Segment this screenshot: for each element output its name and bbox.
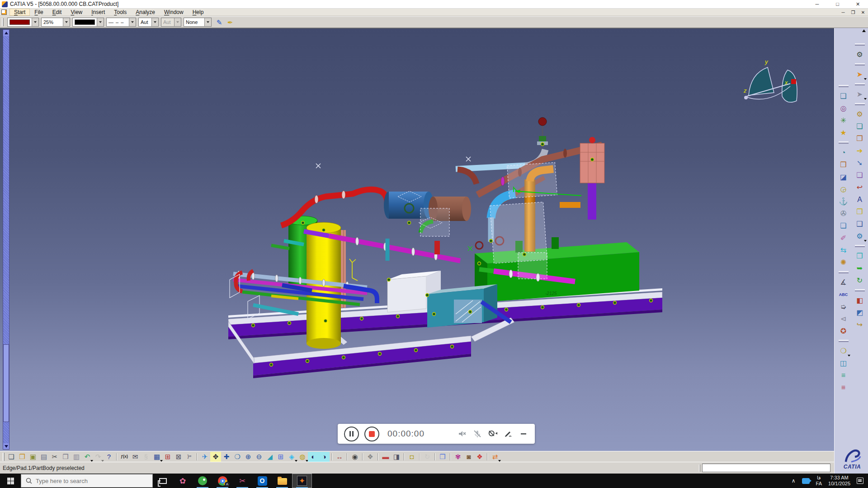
- robot-camera-icon[interactable]: ◎: [837, 103, 850, 114]
- toolbar-handle[interactable]: [855, 289, 865, 291]
- dropdown-arrow[interactable]: [848, 355, 850, 357]
- glasses-view-icon[interactable]: ◫: [837, 357, 850, 369]
- toolbar-handle[interactable]: [855, 103, 865, 105]
- dropdown-arrow[interactable]: [498, 460, 501, 462]
- mdi-minimize-button[interactable]: ─: [838, 10, 848, 15]
- snap-box-icon[interactable]: ❑: [837, 90, 850, 102]
- clock[interactable]: 7:33 AM 10/1/2025: [828, 475, 850, 487]
- swap-arrows-icon[interactable]: ⇆: [837, 244, 850, 256]
- painter-icon[interactable]: ✎: [214, 17, 225, 27]
- doc-export-icon[interactable]: ➔: [854, 145, 866, 156]
- magic-wand-icon[interactable]: ★: [837, 127, 850, 138]
- pen-wizard-icon[interactable]: ✒: [225, 17, 236, 27]
- dropdown-arrow[interactable]: [864, 98, 867, 100]
- gear-n-icon[interactable]: ⚙: [854, 230, 866, 242]
- menu-tools[interactable]: Tools: [109, 9, 131, 16]
- tree-scrollbar[interactable]: [3, 29, 9, 450]
- protractor-icon[interactable]: ◶: [837, 183, 850, 195]
- gears-icon[interactable]: ⚙: [854, 49, 866, 60]
- close-button[interactable]: ✕: [848, 0, 868, 8]
- microphone-off-icon[interactable]: [472, 429, 482, 439]
- turntable-icon[interactable]: ◔: [837, 147, 850, 158]
- command-field-grip[interactable]: [699, 465, 700, 472]
- paste-icon[interactable]: ▥: [71, 452, 82, 462]
- doc-return-icon[interactable]: ↪: [854, 319, 866, 330]
- pause-button[interactable]: [344, 427, 359, 441]
- tray-chevron-icon[interactable]: ∧: [792, 478, 796, 484]
- new-document-icon[interactable]: ❏: [6, 452, 17, 462]
- explode-icon[interactable]: ✳: [837, 115, 850, 126]
- app-paint[interactable]: ✿: [173, 474, 193, 488]
- flag-note-icon[interactable]: ➭: [837, 301, 850, 312]
- command-input[interactable]: [702, 464, 830, 472]
- copy-icon[interactable]: ❒: [60, 452, 71, 462]
- comment-icon[interactable]: ✉: [130, 452, 141, 462]
- open-catalog-icon[interactable]: ❍: [837, 345, 850, 357]
- menu-analyze[interactable]: Analyze: [131, 9, 160, 16]
- grid-icon[interactable]: ⇄: [490, 452, 500, 462]
- chevron-down-icon[interactable]: [97, 18, 104, 26]
- app-bird[interactable]: [193, 474, 212, 488]
- box-3d-icon[interactable]: ❒: [837, 159, 850, 170]
- mute-icon[interactable]: [457, 429, 467, 439]
- catalog-icon[interactable]: ❒: [437, 452, 448, 462]
- dropdown-arrow[interactable]: [864, 78, 867, 80]
- window-text-icon[interactable]: ❑: [854, 218, 866, 230]
- clamp-icon[interactable]: ◨: [391, 452, 402, 462]
- menu-start[interactable]: Start: [9, 9, 30, 16]
- paste-view-icon[interactable]: ➥: [854, 263, 866, 274]
- draw-icon[interactable]: [503, 429, 513, 439]
- menu-view[interactable]: View: [66, 9, 87, 16]
- app-snip[interactable]: ✂: [232, 474, 252, 488]
- chevron-down-icon[interactable]: [63, 18, 70, 26]
- plane-cursor-icon[interactable]: ⊲: [837, 313, 850, 324]
- hide-show-icon[interactable]: ◐: [308, 452, 319, 462]
- save-icon[interactable]: ▣: [28, 452, 38, 462]
- toolbar-handle[interactable]: [839, 340, 849, 342]
- doc-gear-icon[interactable]: ❏: [854, 121, 866, 132]
- app-outlook[interactable]: O: [252, 474, 272, 488]
- chevron-down-icon[interactable]: [129, 18, 136, 26]
- toolbar-handle[interactable]: [839, 271, 849, 273]
- webcam-off-icon[interactable]: [488, 429, 498, 439]
- zoom-in-icon[interactable]: ⊕: [243, 452, 254, 462]
- language-indicator[interactable]: فا FA: [816, 475, 822, 487]
- font-size-icon[interactable]: A: [854, 194, 866, 205]
- tree-structure-icon[interactable]: ≡: [837, 370, 850, 381]
- whats-this-icon[interactable]: ?: [104, 452, 114, 462]
- toolbar-grip[interactable]: [2, 18, 4, 26]
- lock-icon[interactable]: ⊠: [173, 452, 184, 462]
- search-input[interactable]: [36, 478, 135, 484]
- transparency-combo[interactable]: 25%: [41, 18, 70, 27]
- app-catia[interactable]: ✦: [292, 474, 312, 488]
- normal-view-icon[interactable]: ◢: [264, 452, 275, 462]
- toolbar-handle[interactable]: [855, 63, 865, 66]
- gear-new-icon[interactable]: ⚙: [854, 108, 866, 120]
- toolbar-handle[interactable]: [839, 85, 849, 87]
- line-color-combo[interactable]: [72, 18, 104, 27]
- doc-axes-icon[interactable]: ➘: [854, 157, 866, 169]
- menu-edit[interactable]: Edit: [48, 9, 66, 16]
- 3d-viewport[interactable]: -2125: [0, 28, 834, 451]
- fit-all-icon[interactable]: ✥: [210, 452, 221, 462]
- 3d-model[interactable]: -2125: [0, 28, 834, 451]
- airbrush-icon[interactable]: ✐: [837, 232, 850, 244]
- stop-button[interactable]: [364, 427, 379, 441]
- taskbar-search[interactable]: [21, 474, 153, 488]
- image-edit-icon[interactable]: ❏: [837, 220, 850, 231]
- menu-window[interactable]: Window: [160, 9, 188, 16]
- select-icon[interactable]: ➤: [854, 69, 866, 80]
- quick-print-icon[interactable]: ❖: [365, 452, 376, 462]
- axis-measure-icon[interactable]: ∡: [837, 277, 850, 288]
- pan-icon[interactable]: ✚: [221, 452, 232, 462]
- zoom-out-icon[interactable]: ⊖: [254, 452, 264, 462]
- iso-view-icon[interactable]: ◈: [286, 452, 297, 462]
- cut-icon[interactable]: ✂: [49, 452, 60, 462]
- maximize-button[interactable]: □: [827, 0, 848, 8]
- paperclip-icon[interactable]: ✇: [837, 208, 850, 219]
- action-center-icon[interactable]: [857, 478, 863, 484]
- swap-space-icon[interactable]: ◑: [319, 452, 330, 462]
- multi-view-icon[interactable]: ⊞: [275, 452, 286, 462]
- rotate-icon[interactable]: ❍: [232, 452, 243, 462]
- sparkle-gear-icon[interactable]: ✺: [837, 257, 850, 268]
